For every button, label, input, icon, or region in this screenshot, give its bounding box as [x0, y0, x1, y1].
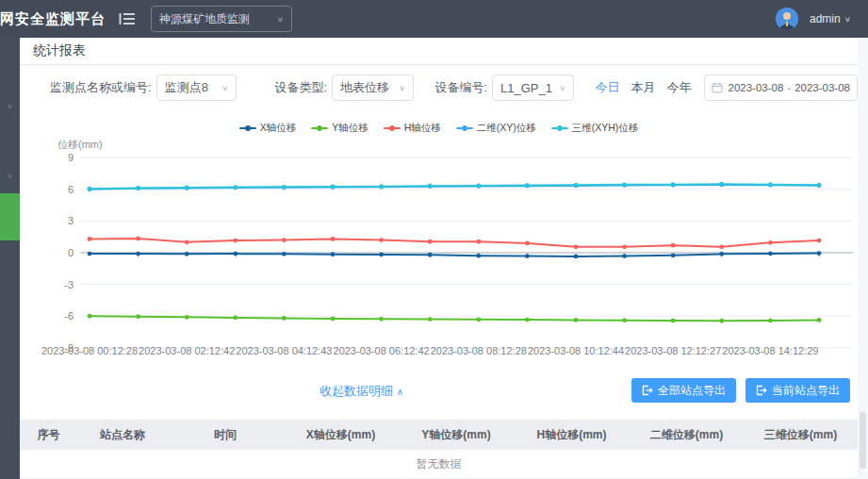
top-header: 网安全监测平台 神源煤矿地质监测 ∨ admin ∨	[0, 0, 868, 38]
user-avatar[interactable]	[776, 8, 798, 30]
displacement-line-chart: 位移(mm)9630-3-6-92023-03-08 00:12:282023-…	[20, 139, 858, 361]
table-column-header: 二维位移(mm)	[630, 427, 744, 443]
sidebar-active-item[interactable]	[0, 193, 20, 240]
legend-label: 三维(XYH)位移	[572, 122, 639, 135]
export-icon	[642, 385, 653, 396]
project-select-value: 神源煤矿地质监测	[159, 11, 250, 27]
date-end-value: 2023-03-08	[794, 82, 850, 93]
date-range-picker[interactable]: 2023-03-08 - 2023-03-08	[704, 74, 858, 101]
device-type-label: 设备类型:	[274, 79, 327, 96]
chevron-down-icon: ∨	[399, 84, 405, 92]
export-current-site-button[interactable]: 当前站点导出	[745, 378, 850, 403]
chevron-down-icon: ∨	[277, 15, 284, 24]
legend-item[interactable]: 二维(XY)位移	[456, 122, 536, 135]
chevron-down-icon: ∨	[844, 15, 851, 24]
device-no-label: 设备编号:	[434, 79, 487, 96]
scrollbar-thumb[interactable]	[860, 412, 866, 469]
legend-marker-icon	[311, 124, 328, 132]
chart-area: 位移(mm)9630-3-6-92023-03-08 00:12:282023-…	[20, 139, 858, 361]
export-all-sites-button[interactable]: 全部站点导出	[631, 378, 736, 403]
legend-label: H轴位移	[404, 122, 441, 135]
table-column-header: H轴位移(mm)	[514, 427, 630, 443]
svg-text:2023-03-08 00:12:28: 2023-03-08 00:12:28	[41, 345, 138, 356]
collapse-detail-label: 收起数据明细	[319, 384, 393, 398]
filter-bar: 监测点名称或编号: 监测点8 ∨ 设备类型: 地表位移 ∨ 设备编号: L1_G…	[20, 74, 858, 101]
svg-text:0: 0	[68, 247, 74, 258]
table-column-header: 三维位移(mm)	[744, 427, 858, 443]
quick-filter-today[interactable]: 今日	[595, 79, 619, 96]
table-column-header: Y轴位移(mm)	[399, 427, 514, 443]
svg-text:3: 3	[68, 215, 74, 226]
legend-marker-icon	[551, 124, 568, 132]
legend-marker-icon	[384, 124, 401, 132]
legend-marker-icon	[239, 124, 256, 132]
device-type-value: 地表位移	[340, 79, 389, 96]
svg-text:-6: -6	[64, 310, 74, 322]
svg-text:2023-03-08 12:12:27: 2023-03-08 12:12:27	[625, 345, 721, 356]
svg-text:6: 6	[68, 184, 74, 195]
collapse-detail-link[interactable]: 收起数据明细 ∧	[319, 383, 403, 400]
tab-statistics-report[interactable]: 统计报表	[33, 42, 86, 59]
action-row: 收起数据明细 ∧ 全部站点导出	[20, 378, 858, 405]
data-table-empty-row: 暂无数据	[20, 450, 858, 479]
table-column-header: 站点名称	[77, 427, 168, 443]
export-all-sites-label: 全部站点导出	[658, 383, 726, 399]
svg-text:位移(mm): 位移(mm)	[57, 139, 103, 150]
app-title: 网安全监测平台	[0, 10, 106, 28]
svg-text:9: 9	[68, 152, 74, 163]
export-icon	[756, 385, 767, 396]
device-type-select[interactable]: 地表位移 ∨	[332, 74, 414, 101]
date-start-value: 2023-03-08	[728, 82, 783, 93]
legend-item[interactable]: X轴位移	[239, 122, 297, 135]
svg-text:2023-03-08 02:12:42: 2023-03-08 02:12:42	[139, 345, 235, 356]
chevron-down-icon[interactable]: ∨	[0, 173, 20, 180]
scrollbar-track[interactable]	[857, 38, 868, 479]
svg-text:2023-03-08 04:12:43: 2023-03-08 04:12:43	[236, 345, 332, 356]
empty-data-text: 暂无数据	[417, 456, 462, 472]
device-no-value: L1_GP_1	[500, 81, 552, 95]
svg-text:2023-03-08 08:12:28: 2023-03-08 08:12:28	[431, 345, 527, 356]
legend-item[interactable]: H轴位移	[384, 122, 441, 135]
chevron-down-icon: ∨	[221, 84, 228, 92]
chevron-down-icon[interactable]: ∨	[0, 103, 20, 110]
date-separator: -	[787, 82, 791, 93]
svg-text:2023-03-08 06:12:42: 2023-03-08 06:12:42	[334, 345, 430, 356]
chevron-up-icon: ∧	[397, 387, 403, 397]
legend-label: Y轴位移	[332, 122, 368, 135]
device-no-select[interactable]: L1_GP_1 ∨	[492, 74, 574, 101]
table-column-header: X轴位移(mm)	[283, 427, 399, 443]
table-column-header: 序号	[20, 427, 77, 443]
legend-marker-icon	[456, 124, 473, 132]
export-current-site-label: 当前站点导出	[772, 383, 840, 399]
svg-text:-3: -3	[64, 279, 74, 290]
report-panel: 统计报表 监测点名称或编号: 监测点8 ∨ 设备类型: 地表位移 ∨ 设备编号:…	[20, 38, 858, 479]
svg-text:2023-03-08 10:12:44: 2023-03-08 10:12:44	[528, 345, 624, 356]
legend-label: X轴位移	[260, 122, 297, 135]
quick-filter-month[interactable]: 本月	[631, 79, 655, 96]
legend-item[interactable]: Y轴位移	[311, 122, 368, 135]
table-column-header: 时间	[168, 427, 283, 443]
calendar-icon	[712, 82, 723, 93]
chart-legend: X轴位移Y轴位移H轴位移二维(XY)位移三维(XYH)位移	[20, 122, 858, 135]
quick-filter-year[interactable]: 今年	[666, 79, 691, 96]
data-table-header: 序号站点名称时间X轴位移(mm)Y轴位移(mm)H轴位移(mm)二维位移(mm)…	[20, 420, 858, 450]
site-select-value: 监测点8	[165, 79, 208, 96]
collapsed-sidebar[interactable]: ∨ ∨	[0, 38, 20, 479]
site-select[interactable]: 监测点8 ∨	[156, 74, 237, 101]
svg-text:2023-03-08 14:12:29: 2023-03-08 14:12:29	[722, 345, 818, 356]
legend-item[interactable]: 三维(XYH)位移	[551, 122, 639, 135]
legend-label: 二维(XY)位移	[477, 122, 536, 135]
username-label[interactable]: admin	[810, 12, 841, 25]
chevron-down-icon: ∨	[559, 84, 565, 92]
site-filter-label: 监测点名称或编号:	[50, 79, 152, 96]
tabs-bar: 统计报表	[20, 38, 858, 65]
project-select[interactable]: 神源煤矿地质监测 ∨	[151, 6, 292, 32]
menu-fold-icon[interactable]	[119, 11, 136, 26]
